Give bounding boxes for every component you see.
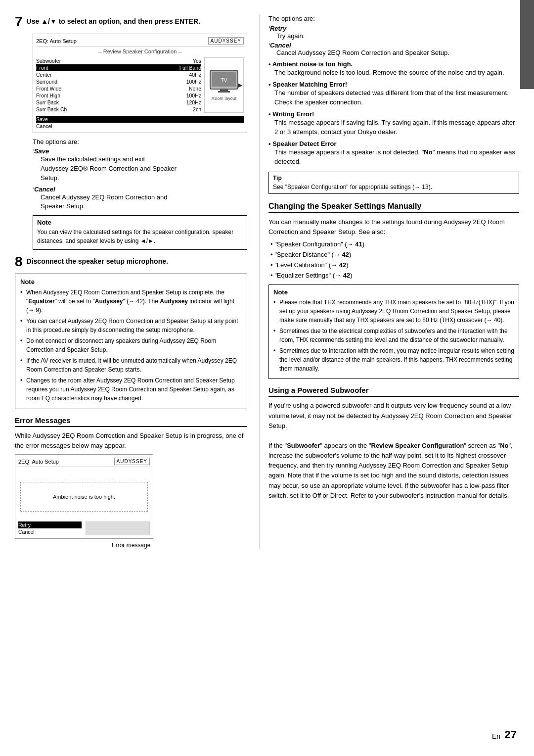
speaker-row-front: Front Full Band (36, 64, 201, 71)
changing-note-1: Please note that THX recommends any THX … (273, 298, 514, 325)
step8-number: 8 (15, 255, 23, 269)
full-note-title: Note (20, 278, 242, 285)
option-save: ‘Save Save the calculated settings and e… (33, 147, 247, 183)
speaker-row-fronthigh: Front High 100Hz (36, 92, 201, 99)
changing-note-2: Sometimes due to the electrical complexi… (273, 327, 514, 344)
speaker-list: Subwoofer Yes Front Full Band Center 40H… (36, 57, 201, 113)
right-column: The options are: ‘Retry Try again. ‘Canc… (259, 15, 519, 549)
speaker-row-subwoofer: Subwoofer Yes (36, 57, 201, 64)
error-message-text: Ambient noise is too high. (53, 494, 115, 500)
step7-header: 7 Use ▲/▼ to select an option, and then … (15, 15, 247, 29)
changing-note-title: Note (273, 288, 514, 296)
error-retry: Retry (18, 521, 82, 528)
error-screen-title: 2EQ: Auto Setup (18, 459, 59, 465)
changing-heading: Changing the Speaker Settings Manually (268, 202, 519, 213)
audyssey-badge: AUDYSSEY (208, 37, 244, 45)
note-item-3: Do not connect or disconnect any speaker… (20, 336, 242, 354)
see-also-2: "Speaker Distance" (→ 42) (270, 250, 519, 260)
speaker-row-frontwide: Front Wide None (36, 85, 201, 92)
error-option-retry: ‘Retry Try again. (268, 25, 519, 40)
note-text: You can view the calculated settings for… (37, 228, 243, 245)
error-writing: • Writing Error! This message appears if… (268, 110, 519, 137)
tip-box: Tip See "Speaker Configuration" for appr… (268, 172, 519, 194)
error-spacer (18, 469, 150, 477)
see-also-4: "Equalizer Settings" (→ 42) (270, 271, 519, 281)
footer-save: Save (36, 116, 244, 123)
error-ambient: • Ambient noise is too high. The backgro… (268, 60, 519, 78)
note-item-1: When Audyssey 2EQ Room Correction and Sp… (20, 288, 242, 315)
footer-cancel: Cancel (36, 123, 244, 130)
step8-header: 8 Disconnect the speaker setup microphon… (15, 255, 247, 269)
screen-title: 2EQ: Auto Setup (36, 38, 77, 44)
page-en-label: En (492, 732, 500, 740)
tip-title: Tip (273, 175, 515, 182)
svg-rect-4 (218, 91, 230, 93)
note-title: Note (37, 219, 243, 226)
error-messages-heading: Error Messages (15, 416, 247, 427)
screen-arrow-right: ▶ (238, 82, 242, 89)
error-screen-header: 2EQ: Auto Setup AUDYSSEY (18, 458, 150, 467)
step7-options: The options are: ‘Save Save the calculat… (33, 138, 247, 211)
step8-title: Disconnect the speaker setup microphone. (27, 255, 168, 267)
error-screen-wrapper: 2EQ: Auto Setup AUDYSSEY Ambient noise i… (15, 454, 247, 549)
error-options: The options are: ‘Retry Try again. ‘Canc… (268, 15, 519, 56)
step7-title: Use ▲/▼ to select an option, and then pr… (27, 15, 200, 27)
screen-image-area: TV Room layout ▶ (204, 57, 244, 113)
note-item-2: You can cancel Audyssey 2EQ Room Correct… (20, 317, 242, 334)
error-footer-left: Retry Cancel (18, 521, 82, 535)
screen-footer: Save Cancel (36, 116, 244, 130)
subwoofer-section: Using a Powered Subwoofer If you're usin… (268, 386, 519, 500)
left-column: 7 Use ▲/▼ to select an option, and then … (15, 15, 247, 549)
see-also-3: "Level Calibration" (→ 42) (270, 260, 519, 271)
changing-note: Note Please note that THX recommends any… (268, 284, 519, 379)
changing-note-3: Sometimes due to interaction with the ro… (273, 346, 514, 373)
error-messages-intro: While Audyssey 2EQ Room Correction and S… (15, 431, 247, 450)
error-footer: Retry Cancel (18, 521, 150, 535)
step7-screen: 2EQ: Auto Setup AUDYSSEY -- Review Speak… (33, 34, 247, 133)
error-messages-section: Error Messages While Audyssey 2EQ Room C… (15, 416, 247, 549)
speaker-row-center: Center 40Hz (36, 71, 201, 78)
full-note-list: When Audyssey 2EQ Room Correction and Sp… (20, 288, 242, 403)
error-speaker-match: • Speaker Matching Error! The number of … (268, 81, 519, 107)
note-item-4: If the AV receiver is muted, it will be … (20, 356, 242, 374)
subwoofer-text: If you're using a powered subwoofer and … (268, 401, 519, 500)
step7-note: Note You can view the calculated setting… (33, 215, 247, 250)
page-container: 7 Use ▲/▼ to select an option, and then … (0, 0, 534, 756)
subwoofer-heading: Using a Powered Subwoofer (268, 386, 519, 397)
tip-text: See "Speaker Configuration" for appropri… (273, 183, 515, 191)
page-number: 27 (505, 728, 517, 741)
speaker-row-surrbackch: Surr Back Ch 2ch (36, 106, 201, 113)
svg-text:TV: TV (221, 78, 227, 83)
error-options-intro: The options are: (268, 15, 519, 22)
error-right-area (86, 521, 150, 535)
screen-header: 2EQ: Auto Setup AUDYSSEY (36, 37, 244, 47)
error-audyssey-badge: AUDYSSEY (114, 458, 150, 465)
see-also-1: "Speaker Configuration" (→ 41) (270, 239, 519, 250)
error-cancel-btn: Cancel (18, 528, 82, 535)
error-message-area: Ambient noise is too high. (20, 482, 148, 512)
speaker-row-surround: Surround 100Hz (36, 78, 201, 85)
svg-rect-3 (220, 89, 228, 91)
see-also-list: "Speaker Configuration" (→ 41) "Speaker … (270, 239, 519, 281)
error-option-cancel: ‘Cancel Cancel Audyssey 2EQ Room Correct… (268, 42, 519, 56)
error-screen: 2EQ: Auto Setup AUDYSSEY Ambient noise i… (15, 454, 153, 539)
option-cancel: ‘Cancel Cancel Audyssey 2EQ Room Correct… (33, 186, 247, 212)
step7-number: 7 (15, 15, 23, 29)
error-screen-caption: Error message (15, 542, 247, 549)
screen-subtitle: -- Review Speaker Configuration -- (36, 48, 244, 54)
changing-note-list: Please note that THX recommends any THX … (273, 298, 514, 373)
error-speaker-detect: • Speaker Detect Error This message appe… (268, 140, 519, 167)
changing-intro: You can manually make changes to the set… (268, 217, 519, 236)
dark-sidebar (520, 0, 534, 89)
tv-svg: TV (209, 69, 239, 94)
note-item-5: Changes to the room after Audyssey 2EQ R… (20, 376, 242, 403)
full-note: Note When Audyssey 2EQ Room Correction a… (15, 274, 247, 409)
main-columns: 7 Use ▲/▼ to select an option, and then … (15, 15, 519, 549)
options-intro: The options are: (33, 138, 247, 145)
speaker-row-surrback: Surr Back 120Hz (36, 99, 201, 106)
changing-speaker-section: Changing the Speaker Settings Manually Y… (268, 202, 519, 379)
screen-content: Subwoofer Yes Front Full Band Center 40H… (36, 57, 244, 113)
see-also: "Speaker Configuration" (→ 41) "Speaker … (268, 239, 519, 281)
